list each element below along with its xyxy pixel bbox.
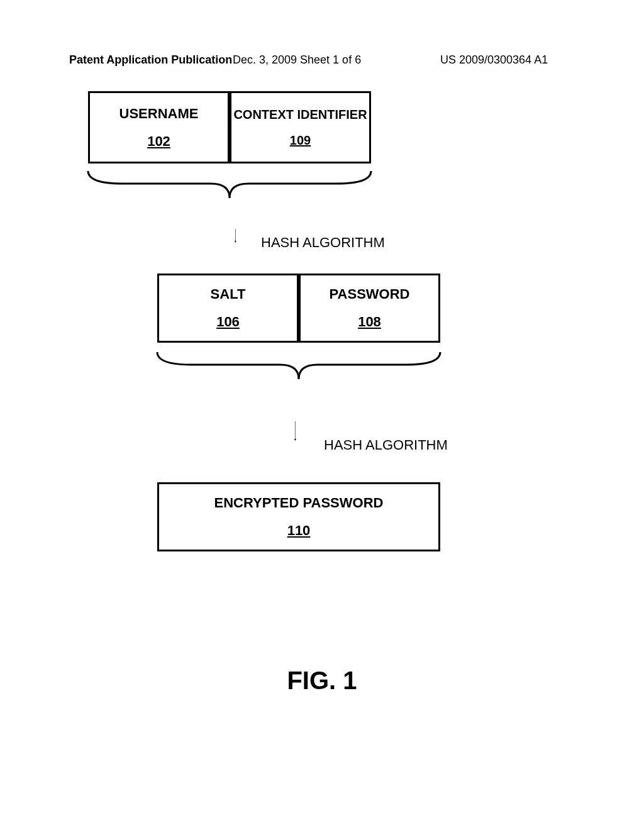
salt-box: SALT 106 [157,274,299,343]
arrow-icon-1 [235,201,238,270]
header-publication-number: US 2009/0300364 A1 [440,53,548,67]
figure-label: FIG. 1 [0,667,644,695]
header-date-sheet: Dec. 3, 2009 Sheet 1 of 6 [233,53,361,67]
encrypted-password-ref: 110 [287,523,311,539]
encrypted-password-label: ENCRYPTED PASSWORD [214,495,384,511]
brace-icon-2 [154,349,443,384]
username-label: USERNAME [119,106,199,122]
brace-icon-1 [85,168,374,202]
password-box: PASSWORD 108 [299,274,440,343]
encrypted-password-box: ENCRYPTED PASSWORD 110 [157,482,440,551]
salt-ref: 106 [216,314,240,330]
context-identifier-ref: 109 [290,133,311,148]
password-label: PASSWORD [330,286,410,302]
svg-marker-1 [235,241,236,243]
username-ref: 102 [147,133,170,150]
password-ref: 108 [358,314,381,330]
context-identifier-label: CONTEXT IDENTIFIER [233,108,367,122]
svg-marker-3 [294,439,296,441]
header-publication-type: Patent Application Publication [69,53,232,67]
flow-diagram: USERNAME 102 CONTEXT IDENTIFIER 109 HASH… [69,88,553,654]
context-identifier-box: CONTEXT IDENTIFIER 109 [230,91,371,163]
hash-algorithm-label-1: HASH ALGORITHM [261,235,385,251]
salt-label: SALT [211,286,246,302]
username-box: USERNAME 102 [88,91,230,163]
arrow-icon-2 [295,382,297,480]
hash-algorithm-label-2: HASH ALGORITHM [324,437,448,453]
